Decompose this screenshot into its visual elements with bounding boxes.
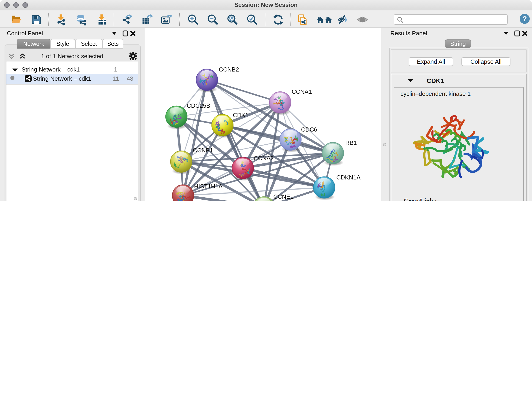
svg-text:?: ? (522, 15, 527, 23)
svg-text:CDKN1A: CDKN1A (336, 174, 361, 181)
svg-text:CDC25B: CDC25B (187, 102, 210, 109)
svg-text:RB1: RB1 (345, 139, 357, 146)
svg-text:CCNA2: CCNA2 (254, 155, 274, 162)
svg-text:HIST1H1A: HIST1H1A (194, 183, 223, 190)
svg-text:CCNB2: CCNB2 (219, 66, 239, 73)
svg-text:CDK1: CDK1 (233, 112, 249, 119)
svg-text:CCNB1: CCNB1 (193, 147, 213, 154)
svg-text:CCNE1: CCNE1 (273, 193, 293, 200)
svg-text:CCNA1: CCNA1 (292, 88, 312, 95)
svg-text:CDC6: CDC6 (301, 126, 317, 133)
